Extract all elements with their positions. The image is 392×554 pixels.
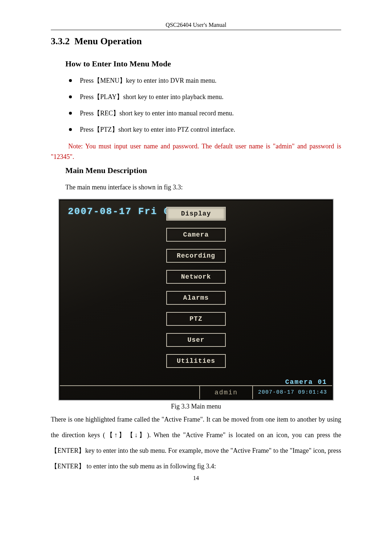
dvr-status-bar: admin Camera 01 2007-08-17 09:01:43 xyxy=(60,385,332,399)
dvr-status-datetime: 2007-08-17 09:01:43 xyxy=(258,390,327,395)
list-item: Press【REC】short key to enter into manual… xyxy=(65,108,341,118)
bullet-icon xyxy=(69,112,72,115)
note-content: Note: You must input user name and passw… xyxy=(51,143,341,160)
bullet-list: Press【MENU】key to enter into DVR main me… xyxy=(65,76,341,135)
figure-dvr-screenshot: 2007-08-17 Fri 09:01:43 Display Camera R… xyxy=(58,199,334,401)
dvr-screen: 2007-08-17 Fri 09:01:43 Display Camera R… xyxy=(60,200,332,399)
bullet-icon xyxy=(69,128,72,131)
menu-item-display[interactable]: Display xyxy=(166,207,226,221)
subsection-heading-enter-menu: How to Enter Into Menu Mode xyxy=(65,59,341,69)
list-item-text: Press【PLAY】short key to enter into playb… xyxy=(80,92,224,102)
document-page: QSC26404 User's Manual 3.3.2 Menu Operat… xyxy=(0,0,392,496)
menu-item-alarms[interactable]: Alarms xyxy=(166,291,226,305)
dvr-status-right: Camera 01 2007-08-17 09:01:43 xyxy=(252,386,332,399)
section-title: Menu Operation xyxy=(74,36,142,46)
running-header: QSC26404 User's Manual xyxy=(51,22,341,30)
dvr-main-menu: Display Camera Recording Network Alarms … xyxy=(166,207,226,368)
bullet-icon xyxy=(69,95,72,98)
intro-text: The main menu interface is shown in fig … xyxy=(65,182,341,192)
list-item: Press【PTZ】short key to enter into PTZ co… xyxy=(65,125,341,135)
list-item: Press【MENU】key to enter into DVR main me… xyxy=(65,76,341,86)
menu-item-user[interactable]: User xyxy=(166,333,226,347)
figure-caption: Fig 3.3 Main menu xyxy=(51,403,341,410)
list-item-text: Press【PTZ】short key to enter into PTZ co… xyxy=(80,125,235,135)
dvr-logged-in-user: admin xyxy=(199,386,252,399)
subsection-heading-main-menu: Main Menu Description xyxy=(65,166,341,175)
dvr-camera-label: Camera 01 xyxy=(285,379,327,386)
section-number: 3.3.2 xyxy=(51,36,70,46)
page-number: 14 xyxy=(51,475,341,481)
menu-item-ptz[interactable]: PTZ xyxy=(166,312,226,326)
list-item-text: Press【REC】short key to enter into manual… xyxy=(80,108,234,118)
menu-item-recording[interactable]: Recording xyxy=(166,249,226,263)
list-item-text: Press【MENU】key to enter into DVR main me… xyxy=(80,76,216,86)
body-paragraph: There is one highlighted frame called th… xyxy=(51,412,341,475)
note-text: Note: You must input user name and passw… xyxy=(51,141,341,162)
menu-item-utilities[interactable]: Utilities xyxy=(166,354,226,368)
menu-item-camera[interactable]: Camera xyxy=(166,228,226,242)
list-item: Press【PLAY】short key to enter into playb… xyxy=(65,92,341,102)
menu-item-network[interactable]: Network xyxy=(166,270,226,284)
section-heading: 3.3.2 Menu Operation xyxy=(51,36,341,47)
bullet-icon xyxy=(69,79,72,82)
header-rule xyxy=(51,30,341,30)
